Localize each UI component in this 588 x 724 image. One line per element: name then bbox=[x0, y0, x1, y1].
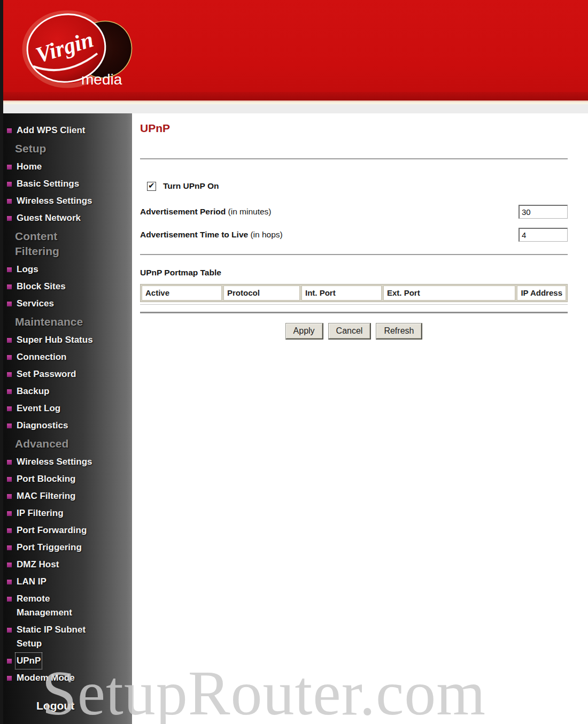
magenta-bullet-icon bbox=[7, 528, 12, 533]
portmap-table-title: UPnP Portmap Table bbox=[140, 268, 568, 278]
sidebar-item-label: Static IP Subnet Setup bbox=[17, 623, 86, 651]
sidebar-item[interactable]: Super Hub Status bbox=[3, 332, 132, 349]
sidebar-item-label: Setup bbox=[15, 141, 46, 156]
sidebar-item[interactable]: Event Log bbox=[3, 400, 132, 417]
magenta-bullet-icon bbox=[7, 199, 12, 204]
sidebar-item[interactable]: Content Filtering bbox=[3, 227, 132, 261]
sidebar-items: Add WPS Client Setup Home Basic Settings… bbox=[3, 113, 132, 687]
sidebar-item-label: Diagnostics bbox=[17, 419, 68, 433]
virgin-media-logo: Virgin media bbox=[14, 4, 140, 96]
sidebar-item-label: Services bbox=[17, 297, 54, 311]
magenta-bullet-icon bbox=[7, 284, 12, 289]
action-buttons: ApplyCancelRefresh bbox=[140, 323, 568, 340]
sidebar-item[interactable]: Static IP Subnet Setup bbox=[3, 621, 132, 652]
sidebar-item-label: Port Triggering bbox=[17, 541, 82, 554]
header-dark-band bbox=[3, 92, 588, 101]
sidebar-item-label: Port Blocking bbox=[17, 472, 76, 486]
sidebar-item-label: Wireless Settings bbox=[17, 194, 92, 208]
action-button[interactable]: Apply bbox=[285, 323, 323, 340]
sidebar-item[interactable]: Backup bbox=[3, 383, 132, 400]
sidebar-item[interactable]: Set Password bbox=[3, 366, 132, 383]
sidebar-nav: Add WPS Client Setup Home Basic Settings… bbox=[3, 113, 132, 724]
main-content: UPnP Turn UPnP On Advertisement Period (… bbox=[132, 113, 588, 724]
magenta-bullet-icon bbox=[7, 676, 12, 681]
advertisement-ttl-label-bold: Advertisement Time to Live bbox=[140, 230, 248, 239]
sidebar-item[interactable]: Add WPS Client bbox=[3, 122, 132, 139]
advertisement-ttl-label-note: (in hops) bbox=[248, 230, 283, 239]
sidebar-item-label: Basic Settings bbox=[17, 177, 79, 191]
turn-upnp-on-checkbox[interactable] bbox=[147, 182, 156, 191]
magenta-bullet-icon bbox=[7, 597, 12, 602]
sidebar-item-label: DMZ Host bbox=[17, 558, 59, 572]
sidebar-item[interactable]: Wireless Settings bbox=[3, 453, 132, 471]
sidebar-item[interactable]: LAN IP bbox=[3, 573, 132, 590]
sidebar-item[interactable]: Block Sites bbox=[3, 278, 132, 295]
sidebar-item[interactable]: Setup bbox=[3, 139, 132, 158]
magenta-bullet-icon bbox=[7, 460, 12, 465]
divider-top bbox=[140, 158, 568, 159]
advertisement-period-input[interactable] bbox=[519, 205, 568, 219]
magenta-bullet-icon bbox=[7, 182, 12, 187]
portmap-table-empty-body bbox=[140, 304, 568, 313]
advertisement-ttl-label: Advertisement Time to Live (in hops) bbox=[140, 230, 283, 240]
sidebar-item[interactable]: Maintenance bbox=[3, 312, 132, 332]
magenta-bullet-icon bbox=[7, 563, 12, 567]
sidebar-item-label: Event Log bbox=[17, 402, 60, 415]
magenta-bullet-icon bbox=[7, 628, 12, 633]
magenta-bullet-icon bbox=[7, 389, 12, 394]
magenta-bullet-icon bbox=[7, 165, 12, 170]
advertisement-ttl-input[interactable] bbox=[519, 228, 568, 242]
portmap-table-header: ActiveProtocolInt. PortExt. PortIP Addre… bbox=[140, 284, 568, 302]
sidebar-item[interactable]: DMZ Host bbox=[3, 556, 132, 573]
sidebar-item[interactable]: Port Triggering bbox=[3, 539, 132, 556]
header-banner: Virgin media bbox=[3, 0, 588, 92]
logout-button[interactable]: Logout bbox=[3, 699, 132, 712]
portmap-column-header: Ext. Port bbox=[383, 286, 515, 301]
sidebar-item[interactable]: Basic Settings bbox=[3, 175, 132, 192]
sidebar-item-label: Home bbox=[17, 160, 42, 174]
sidebar-item[interactable]: UPnP bbox=[3, 652, 132, 669]
sidebar-item-label: Wireless Settings bbox=[17, 455, 92, 469]
advertisement-period-label-note: (in minutes) bbox=[226, 207, 271, 216]
magenta-bullet-icon bbox=[7, 580, 12, 584]
sidebar-item-label: Block Sites bbox=[17, 280, 66, 294]
advertisement-period-row: Advertisement Period (in minutes) bbox=[140, 205, 568, 219]
sidebar-item[interactable]: Diagnostics bbox=[3, 417, 132, 434]
router-admin-page: Virgin media Add WPS Client Setup Home bbox=[0, 0, 588, 724]
logo-sub-text: media bbox=[81, 71, 122, 88]
sidebar-item[interactable]: Modem Mode bbox=[3, 669, 132, 687]
magenta-bullet-icon bbox=[7, 477, 12, 482]
sidebar-item[interactable]: Services bbox=[3, 295, 132, 312]
page-title: UPnP bbox=[140, 122, 568, 135]
advertisement-period-label: Advertisement Period (in minutes) bbox=[140, 207, 272, 217]
advertisement-ttl-row: Advertisement Time to Live (in hops) bbox=[140, 228, 568, 242]
sidebar-item-label: Set Password bbox=[17, 367, 76, 381]
sidebar-item[interactable]: Connection bbox=[3, 349, 132, 366]
sidebar-item[interactable]: Guest Network bbox=[3, 210, 132, 227]
sidebar-item[interactable]: MAC Filtering bbox=[3, 488, 132, 505]
sidebar-item[interactable]: Wireless Settings bbox=[3, 192, 132, 210]
magenta-bullet-icon bbox=[7, 267, 12, 272]
sidebar-item[interactable]: IP Filtering bbox=[3, 505, 132, 522]
sidebar-item-label: Maintenance bbox=[15, 314, 83, 329]
sidebar-item-label: Connection bbox=[17, 350, 67, 364]
sidebar-item[interactable]: Advanced bbox=[3, 434, 132, 453]
sidebar-item-label: Port Forwarding bbox=[17, 523, 87, 537]
sidebar-item[interactable]: Logs bbox=[3, 261, 132, 278]
sidebar-item[interactable]: Port Forwarding bbox=[3, 522, 132, 539]
magenta-bullet-icon bbox=[7, 545, 12, 550]
magenta-bullet-icon bbox=[7, 128, 12, 133]
magenta-bullet-icon bbox=[7, 302, 12, 306]
sidebar-item[interactable]: Remote Management bbox=[3, 590, 132, 621]
sidebar-item[interactable]: Port Blocking bbox=[3, 471, 132, 488]
sidebar-item-label: Backup bbox=[17, 384, 49, 398]
sidebar-item-label: Remote Management bbox=[17, 592, 72, 620]
action-button[interactable]: Cancel bbox=[328, 323, 372, 340]
magenta-bullet-icon bbox=[7, 659, 12, 664]
sidebar-item-label: Modem Mode bbox=[17, 671, 75, 685]
magenta-bullet-icon bbox=[7, 338, 12, 343]
header-gap-strip bbox=[3, 104, 588, 113]
portmap-column-header: Active bbox=[142, 286, 222, 301]
sidebar-item[interactable]: Home bbox=[3, 158, 132, 175]
action-button[interactable]: Refresh bbox=[376, 323, 422, 340]
